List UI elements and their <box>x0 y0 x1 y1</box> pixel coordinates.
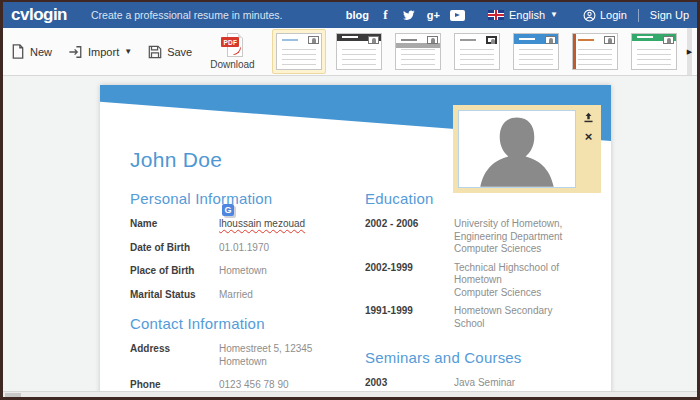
divider <box>638 9 639 22</box>
top-navbar: cvlogin Create a professional resume in … <box>3 2 697 28</box>
twitter-icon[interactable] <box>402 9 417 22</box>
template-thumbnail[interactable] <box>628 30 680 73</box>
save-label: Save <box>167 46 192 58</box>
upload-photo-icon[interactable] <box>583 110 594 126</box>
save-button[interactable]: Save <box>140 28 200 75</box>
education-row: 2002 - 2006 University of Hometown, Engi… <box>365 218 581 256</box>
pdf-icon: PDF <box>221 33 243 57</box>
field-label: Address <box>130 343 219 368</box>
field-label: Date of Birth <box>130 242 219 255</box>
new-label: New <box>30 46 52 58</box>
login-label: Login <box>600 9 627 21</box>
blog-link[interactable]: blog <box>346 9 369 21</box>
person-icon <box>604 36 615 44</box>
remove-photo-icon[interactable]: × <box>585 130 593 143</box>
field-row-address: Address Homestreet 5, 12345 Hometown <box>130 343 365 368</box>
template-strip <box>265 28 687 75</box>
person-icon <box>663 36 674 44</box>
field-value[interactable]: 01.01.1970 <box>219 242 269 255</box>
field-value[interactable]: Technical Highschool of Hometown Compute… <box>454 262 559 300</box>
template-thumbnail[interactable] <box>510 30 562 73</box>
field-value[interactable]: Hometown Secondary School <box>454 305 581 330</box>
section-heading-seminars: Seminars and Courses <box>365 349 581 366</box>
new-document-icon <box>11 44 25 59</box>
field-label: 1991-1999 <box>365 305 454 330</box>
field-label: Name <box>130 218 219 231</box>
seminar-row: 2003 Java Seminar <box>365 377 581 390</box>
person-icon <box>308 36 319 44</box>
google-translate-icon[interactable]: G <box>222 204 234 216</box>
chevron-down-icon: ▼ <box>124 48 132 56</box>
template-thumbnail[interactable] <box>392 30 444 73</box>
field-label: 2003 <box>365 377 454 390</box>
login-button[interactable]: Login <box>583 9 627 22</box>
cvlogin-logo[interactable]: cvlogin <box>11 5 67 25</box>
person-icon <box>486 36 497 44</box>
field-value[interactable]: Java Seminar <box>454 377 515 390</box>
google-plus-icon[interactable]: g+ <box>426 9 441 22</box>
person-icon <box>427 36 438 44</box>
field-row-date-of-birth: Date of Birth 01.01.1970 <box>130 242 365 255</box>
photo-tools: × <box>576 105 601 193</box>
template-thumbnail-selected[interactable] <box>272 29 326 74</box>
download-label: Download <box>210 59 254 70</box>
photo-placeholder[interactable] <box>458 110 576 188</box>
topbar-right-group: blog f g+ English ▼ Login Sign Up <box>346 9 689 22</box>
field-row-marital-status: Marital Status Married <box>130 289 365 302</box>
field-value[interactable]: University of Hometown, Engineering Depa… <box>454 218 562 256</box>
field-value[interactable]: Hometown <box>219 265 267 278</box>
save-icon <box>148 45 162 59</box>
uk-flag-icon <box>488 10 504 20</box>
language-label: English <box>509 9 545 21</box>
resume-page: × John Doe Personal Information Name Glh… <box>100 85 611 397</box>
field-label: Phone <box>130 379 219 392</box>
import-icon <box>68 45 83 59</box>
field-value[interactable]: Married <box>219 289 253 302</box>
app-window: cvlogin Create a professional resume in … <box>0 0 700 400</box>
template-thumbnail[interactable] <box>569 30 621 73</box>
chevron-down-icon: ▼ <box>550 11 558 19</box>
field-row-phone: Phone 0123 456 78 90 <box>130 379 365 392</box>
add-file-button[interactable]: Add File <box>692 28 700 75</box>
section-heading-personal: Personal Information <box>130 190 365 207</box>
user-circle-icon <box>583 9 596 22</box>
resume-left-column: Personal Information Name Glhoussain mez… <box>130 190 365 397</box>
import-label: Import <box>88 46 119 58</box>
template-thumbnail[interactable] <box>451 30 503 73</box>
field-row-name: Name Glhoussain mezouad <box>130 218 365 231</box>
field-label: Place of Birth <box>130 265 219 278</box>
scrollbar-thumb[interactable] <box>5 393 21 397</box>
field-row-place-of-birth: Place of Birth Hometown <box>130 265 365 278</box>
section-heading-contact: Contact Information <box>130 315 365 332</box>
horizontal-scrollbar[interactable] <box>3 391 697 397</box>
resume-right-column: Education 2002 - 2006 University of Home… <box>365 190 581 397</box>
facebook-icon[interactable]: f <box>378 9 393 22</box>
field-value[interactable]: Homestreet 5, 12345 Hometown <box>219 343 312 368</box>
education-row: 1991-1999 Hometown Secondary School <box>365 305 581 330</box>
photo-widget: × <box>453 105 601 193</box>
import-button[interactable]: Import ▼ <box>60 28 140 75</box>
field-label: 2002-1999 <box>365 262 454 300</box>
youtube-icon[interactable] <box>450 9 465 22</box>
person-icon <box>545 36 556 44</box>
person-icon <box>368 36 379 44</box>
person-silhouette-icon <box>463 115 571 187</box>
field-label: Marital Status <box>130 289 219 302</box>
field-label: 2002 - 2006 <box>365 218 454 256</box>
language-selector[interactable]: English ▼ <box>488 9 558 21</box>
new-button[interactable]: New <box>3 28 60 75</box>
field-value-name[interactable]: Glhoussain mezouad <box>219 218 305 231</box>
editor-canvas: × John Doe Personal Information Name Glh… <box>3 76 697 397</box>
signup-button[interactable]: Sign Up <box>650 9 689 21</box>
editor-toolbar: New Import ▼ Save PDF Download <box>3 28 697 76</box>
app-tagline: Create a professional resume in minutes. <box>91 9 282 21</box>
download-pdf-button[interactable]: PDF Download <box>200 28 264 75</box>
template-thumbnail[interactable] <box>333 30 385 73</box>
field-value[interactable]: 0123 456 78 90 <box>219 379 289 392</box>
education-row: 2002-1999 Technical Highschool of Hometo… <box>365 262 581 300</box>
